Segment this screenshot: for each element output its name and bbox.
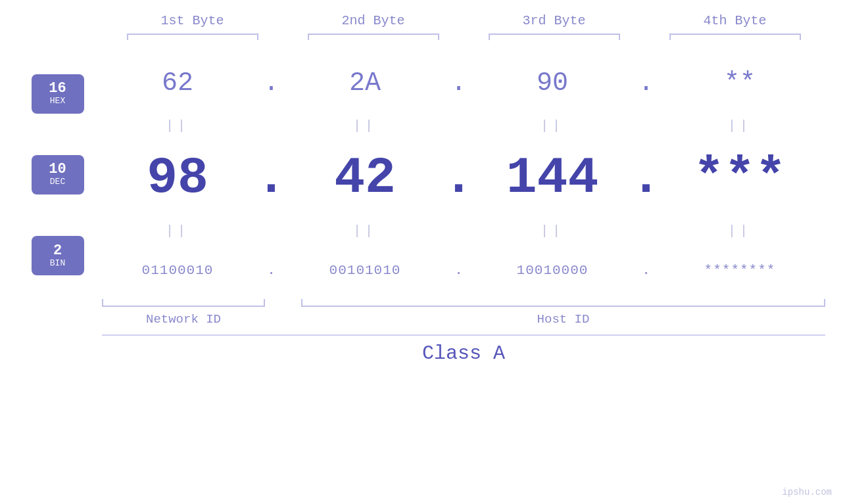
byte-col-4: 4th Byte bbox=[644, 13, 825, 40]
page-container: 1st Byte 2nd Byte 3rd Byte 4th Byte 16 H… bbox=[0, 0, 845, 504]
eq-2-2: || bbox=[289, 223, 441, 239]
bin-badge-num: 2 bbox=[53, 244, 62, 258]
eq-1-3: || bbox=[477, 118, 628, 133]
middle-section: 16 HEX 10 DEC 2 BIN 62 . 2A . 90 . ** bbox=[0, 53, 845, 296]
eq-2-3: || bbox=[477, 223, 628, 239]
byte-header-3: 3rd Byte bbox=[522, 13, 585, 28]
dec-badge-num: 10 bbox=[49, 162, 66, 177]
hex-val-3: 90 bbox=[477, 68, 628, 98]
hex-val-1: 62 bbox=[102, 68, 253, 98]
eq-1-2: || bbox=[289, 118, 441, 133]
eq-2-1: || bbox=[102, 223, 253, 239]
bin-val-2: 00101010 bbox=[289, 263, 441, 278]
hex-badge-num: 16 bbox=[49, 81, 66, 96]
dec-row: 98 . 42 . 144 . *** bbox=[102, 139, 845, 218]
hex-dot-1: . bbox=[253, 68, 289, 98]
footer-brand: ipshu.com bbox=[782, 487, 832, 497]
bin-dot-1: . bbox=[253, 263, 289, 278]
eq-1-4: || bbox=[664, 118, 815, 133]
bin-val-4: ******** bbox=[664, 263, 815, 278]
class-label: Class A bbox=[422, 342, 505, 365]
bracket-4 bbox=[669, 34, 801, 40]
eq-row-2: || || || || bbox=[102, 218, 845, 244]
bottom-section: Network ID Host ID bbox=[102, 299, 825, 327]
dec-dot-2: . bbox=[441, 149, 477, 207]
dec-val-4: *** bbox=[664, 149, 815, 207]
host-bracket bbox=[301, 299, 825, 307]
bracket-2 bbox=[308, 34, 439, 40]
eq-2-4: || bbox=[664, 223, 815, 239]
network-id-label: Network ID bbox=[102, 312, 265, 327]
hex-dot-3: . bbox=[628, 68, 664, 98]
dec-dot-3: . bbox=[628, 149, 664, 207]
dec-val-3: 144 bbox=[477, 149, 628, 207]
bin-val-3: 10010000 bbox=[477, 263, 628, 278]
byte-header-1: 1st Byte bbox=[160, 13, 224, 28]
byte-headers-section: 1st Byte 2nd Byte 3rd Byte 4th Byte bbox=[102, 13, 825, 40]
bracket-3 bbox=[489, 34, 620, 40]
dec-val-2: 42 bbox=[289, 149, 441, 207]
dec-dot-1: . bbox=[253, 149, 289, 207]
bin-val-1: 01100010 bbox=[102, 263, 253, 278]
byte-header-2: 2nd Byte bbox=[341, 13, 404, 28]
rows-section: 62 . 2A . 90 . ** || || || || 98 bbox=[102, 53, 845, 296]
hex-val-4: ** bbox=[664, 68, 815, 98]
bin-badge-base: BIN bbox=[50, 258, 65, 269]
class-section: Class A bbox=[102, 334, 825, 365]
left-badges: 16 HEX 10 DEC 2 BIN bbox=[0, 53, 102, 296]
byte-col-1: 1st Byte bbox=[102, 13, 283, 40]
byte-header-4: 4th Byte bbox=[703, 13, 766, 28]
bin-badge: 2 BIN bbox=[32, 236, 84, 275]
id-labels: Network ID Host ID bbox=[102, 312, 825, 327]
host-id-label: Host ID bbox=[301, 312, 825, 327]
dec-val-1: 98 bbox=[102, 149, 253, 207]
dec-badge-base: DEC bbox=[50, 177, 65, 187]
hex-badge-base: HEX bbox=[50, 96, 65, 106]
hex-badge: 16 HEX bbox=[32, 74, 84, 114]
dec-badge: 10 DEC bbox=[32, 155, 84, 195]
network-bracket bbox=[102, 299, 265, 307]
eq-row-1: || || || || bbox=[102, 112, 845, 139]
bin-dot-3: . bbox=[628, 263, 664, 278]
bin-row: 01100010 . 00101010 . 10010000 . *******… bbox=[102, 244, 845, 296]
byte-col-3: 3rd Byte bbox=[464, 13, 644, 40]
bottom-brackets bbox=[102, 299, 825, 308]
bracket-1 bbox=[127, 34, 258, 40]
byte-col-2: 2nd Byte bbox=[283, 13, 464, 40]
hex-row: 62 . 2A . 90 . ** bbox=[102, 53, 845, 112]
eq-1-1: || bbox=[102, 118, 253, 133]
hex-dot-2: . bbox=[441, 68, 477, 98]
bin-dot-2: . bbox=[441, 263, 477, 278]
class-divider bbox=[102, 334, 825, 336]
hex-val-2: 2A bbox=[289, 68, 441, 98]
